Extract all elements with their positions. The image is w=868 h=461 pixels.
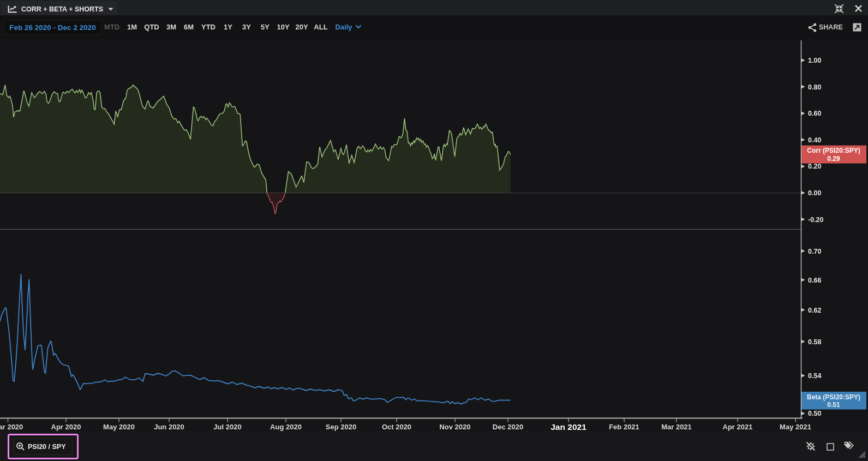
svg-text:0.62: 0.62 — [808, 307, 821, 314]
svg-text:0.40: 0.40 — [808, 136, 821, 144]
svg-text:0.54: 0.54 — [808, 372, 821, 380]
svg-text:Feb 2021: Feb 2021 — [609, 423, 639, 431]
svg-text:Jan 2021: Jan 2021 — [550, 422, 586, 432]
svg-text:Aug 2020: Aug 2020 — [270, 423, 302, 431]
svg-text:0.29: 0.29 — [827, 155, 840, 163]
svg-text:Oct 2020: Oct 2020 — [382, 423, 411, 431]
svg-text:Corr (PSI20:SPY): Corr (PSI20:SPY) — [807, 147, 860, 154]
svg-text:Mar 2020: Mar 2020 — [0, 423, 23, 431]
svg-text:May 2020: May 2020 — [103, 423, 135, 431]
svg-text:0.00: 0.00 — [808, 189, 821, 197]
svg-text:Apr 2021: Apr 2021 — [723, 423, 753, 431]
svg-text:0.70: 0.70 — [808, 248, 821, 255]
svg-text:Jul 2020: Jul 2020 — [213, 423, 241, 431]
svg-text:0.60: 0.60 — [808, 110, 821, 117]
svg-text:0.80: 0.80 — [808, 83, 821, 91]
svg-text:Beta (PSI20:SPY): Beta (PSI20:SPY) — [807, 393, 860, 401]
svg-text:Dec 2020: Dec 2020 — [493, 423, 523, 431]
svg-text:0.51: 0.51 — [827, 401, 840, 409]
svg-text:Apr 2020: Apr 2020 — [51, 423, 81, 431]
svg-text:Mar 2021: Mar 2021 — [661, 423, 692, 431]
svg-text:1.00: 1.00 — [808, 57, 821, 64]
svg-text:0.50: 0.50 — [808, 410, 821, 417]
svg-text:0.66: 0.66 — [808, 277, 821, 284]
svg-text:0.20: 0.20 — [808, 163, 821, 170]
svg-text:0.58: 0.58 — [808, 338, 821, 346]
svg-text:-0.20: -0.20 — [808, 216, 824, 224]
svg-text:Jun 2020: Jun 2020 — [154, 423, 184, 431]
svg-text:Sep 2020: Sep 2020 — [326, 423, 356, 431]
svg-text:May 2021: May 2021 — [780, 423, 811, 431]
svg-text:Nov 2020: Nov 2020 — [439, 423, 470, 431]
